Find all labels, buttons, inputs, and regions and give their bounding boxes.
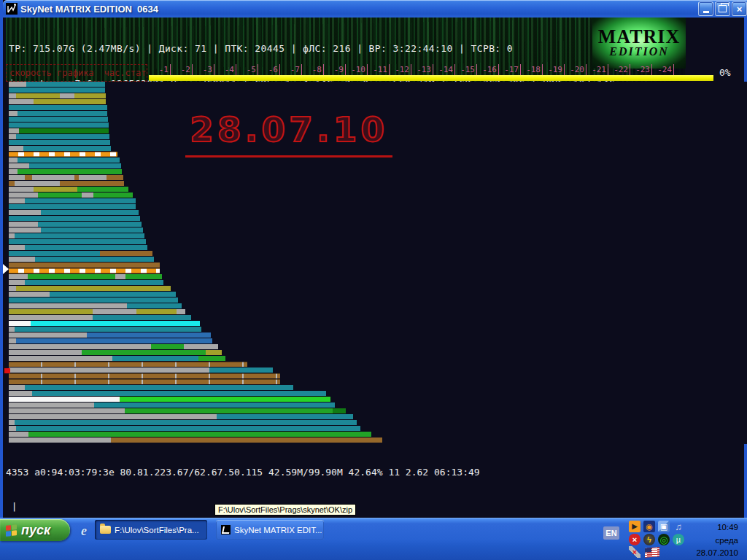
ruler-tick: -9	[324, 64, 346, 75]
chart-row	[9, 362, 747, 367]
chart-segment	[16, 134, 109, 139]
ruler-tick: -14	[433, 64, 455, 75]
chart-segment	[9, 88, 105, 93]
chart-segment	[9, 420, 15, 425]
ruler-tick: -1	[149, 64, 171, 75]
broadcast-tray-icon[interactable]: ◉	[643, 521, 655, 532]
ruler-tick: -5	[236, 64, 258, 75]
ruler-tick: -22	[608, 64, 630, 75]
chart-row	[9, 344, 747, 349]
taskbar-button-folder[interactable]: F:\Ulov\SortFiles\Pra...	[95, 520, 207, 540]
chart-segment	[198, 356, 225, 361]
chart-row	[9, 169, 747, 174]
blocks-tray-icon[interactable]: ▣	[658, 521, 670, 532]
chart-segment	[9, 146, 23, 151]
restore-button[interactable]	[715, 1, 730, 16]
chart-segment	[16, 286, 171, 291]
chart-segment	[9, 216, 140, 221]
chart-row	[9, 280, 747, 285]
chart-segment	[9, 327, 15, 332]
chart-segment	[9, 315, 93, 320]
window-title: SkyNet MATRIX EDITION 0634	[20, 4, 158, 15]
chart-segment	[9, 198, 25, 203]
chart-segment	[9, 274, 28, 279]
chart-segment	[9, 93, 16, 98]
chart-segment	[9, 152, 117, 157]
ie-icon: e	[81, 524, 87, 539]
row-marker-red	[4, 368, 10, 373]
chart-row	[9, 292, 747, 297]
ruler-tick: -8	[302, 64, 324, 75]
chart-row	[9, 368, 747, 373]
restore-icon	[719, 5, 727, 12]
ruler-tick: -3	[193, 64, 214, 75]
tray-clock[interactable]: 10:49 среда 28.07.2010	[684, 521, 743, 560]
chart-segment	[9, 344, 151, 349]
chart-segment	[9, 105, 107, 110]
taskbar-button-skynet[interactable]: SkyNet MATRIX EDIT...	[216, 520, 324, 540]
minimize-button[interactable]	[698, 1, 713, 16]
chart-row	[9, 88, 747, 93]
chart-row	[9, 426, 747, 431]
chart-segment	[100, 251, 152, 256]
chart-segment	[9, 210, 41, 215]
chart-row	[9, 274, 747, 279]
language-flag-icon[interactable]	[645, 547, 659, 557]
flash-tray-icon[interactable]: ϟ	[643, 534, 655, 545]
chart-row	[9, 262, 747, 268]
antivirus-tray-icon[interactable]: ×	[629, 534, 640, 545]
chart-segment	[9, 391, 32, 396]
app-icon	[6, 3, 18, 15]
close-button[interactable]: ×	[732, 1, 747, 16]
chart-row	[9, 99, 747, 104]
chart-row	[9, 245, 747, 250]
language-indicator[interactable]: EN	[603, 526, 619, 540]
key-tray-icon[interactable]: ×	[629, 546, 640, 558]
chart-segment	[9, 268, 160, 273]
chart-segment	[31, 321, 200, 326]
chart-segment	[120, 397, 330, 402]
chart-segment	[16, 426, 360, 431]
ruler-tick: -12	[390, 64, 411, 75]
chart-row	[9, 175, 747, 180]
start-button[interactable]: пуск	[0, 519, 70, 541]
quick-launch-ie[interactable]: e	[76, 524, 92, 538]
ruler-tick: -4	[214, 64, 236, 75]
disc-tray-icon[interactable]: ◎	[658, 534, 670, 545]
chart-segment	[94, 402, 335, 408]
chart-segment	[9, 426, 16, 431]
titlebar[interactable]: SkyNet MATRIX EDITION 0634 ×	[3, 0, 747, 18]
chart-row	[9, 93, 747, 98]
ruler-tick: -21	[587, 64, 608, 75]
chart-segment	[9, 414, 217, 419]
chart-segment	[112, 356, 198, 361]
chart-segment	[28, 432, 371, 437]
utorrent-tray-icon[interactable]: µ	[673, 534, 684, 545]
chart-segment	[9, 99, 34, 104]
chart-row	[9, 338, 747, 343]
chart-row	[9, 181, 747, 186]
menu-item-hour-stats[interactable]: час.стат	[104, 68, 147, 78]
chart-segment	[50, 292, 176, 297]
chart-row	[9, 158, 747, 163]
chart-segment	[23, 146, 111, 151]
chart-segment	[9, 257, 35, 262]
chart-segment	[9, 169, 18, 174]
ruler-tick: -15	[455, 64, 477, 75]
chart-row	[9, 350, 747, 355]
window-controls: ×	[698, 1, 747, 16]
chart-segment	[16, 338, 212, 343]
chart-row	[9, 327, 747, 332]
chart-segment	[9, 251, 100, 256]
chart-row	[9, 391, 747, 396]
chart-segment	[25, 175, 32, 180]
chart-segment	[77, 187, 128, 192]
chart-row	[9, 222, 747, 227]
menu-item-speed-graph[interactable]: скорость графика	[9, 68, 94, 78]
date-annotation: 28.07.10	[185, 109, 392, 158]
media-play-tray-icon[interactable]: ▶	[629, 521, 640, 532]
chart-row	[9, 309, 747, 314]
volume-tray-icon[interactable]: ♫	[673, 521, 684, 532]
chart-segment	[18, 111, 107, 116]
chart-segment	[9, 368, 209, 373]
